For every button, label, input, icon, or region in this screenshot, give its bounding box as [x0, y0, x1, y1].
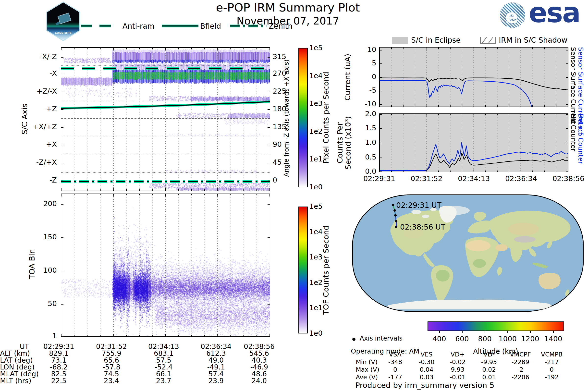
voltage-cell: -2289: [506, 358, 535, 366]
pixel-colorbar-tick: 1e1: [309, 155, 326, 163]
right-time-tick: 02:36:34: [502, 174, 541, 183]
pixel-colorbar-tick: 1e4: [309, 72, 326, 80]
altitude-tick: 1400: [538, 335, 568, 343]
tof-colorbar-tick: 1e5: [309, 202, 326, 210]
bfield-legend-swatch: [162, 24, 198, 28]
sc-axis-ytick: -X: [30, 69, 57, 78]
tof-colorbar-tick: 1e3: [309, 253, 326, 261]
cassiope-patch-art: CASSIOPE: [46, 2, 80, 40]
counts-ylabel: Counts Per Second (x10³): [336, 116, 352, 170]
tof-colorbar-tick: 1e2: [309, 278, 326, 287]
angle-tick: 135: [273, 122, 292, 131]
pixel-colorbar-tick: 1e2: [309, 127, 326, 136]
voltage-cell: 0: [380, 366, 410, 373]
voltage-cell: -0.02: [443, 358, 472, 366]
altitude-tick-mark: [439, 331, 440, 333]
voltage-cell: -348: [380, 358, 410, 366]
sc-axis-spectrogram-panel: [61, 47, 270, 191]
toa-ytick: 150: [30, 233, 57, 241]
ephemeris-row-label: MLT (hrs): [0, 377, 29, 385]
zenith-legend-label: Zenith: [269, 22, 292, 30]
toa-ytick: 1: [30, 332, 57, 340]
angle-tick: 180: [273, 104, 292, 113]
altitude-tick-mark: [462, 331, 462, 333]
altitude-tick-mark: [484, 331, 485, 333]
counts-ytick: 2.0: [352, 110, 376, 118]
voltage-column-header: VMCPF: [506, 351, 535, 358]
current-right-label-black: Sensor Surface Current: [570, 47, 577, 124]
tof-colorbar-tick: 1e0: [309, 329, 326, 337]
sc-axis-ytick: -Z: [30, 176, 57, 184]
eclipse-legend-swatch: [392, 37, 408, 44]
altitude-colorbar: [428, 322, 564, 331]
toa-ylabel: TOA Bin: [28, 249, 36, 279]
ephemeris-cell: 23.7: [142, 377, 186, 385]
right-time-tick: 02:29:31: [360, 174, 399, 183]
zenith-legend-swatch: [230, 24, 267, 28]
voltage-column-header: VD-: [474, 351, 504, 358]
altitude-tick-mark: [553, 331, 554, 333]
angle-tick: 90: [273, 140, 292, 148]
page-title: e-POP IRM Summary Plot: [216, 2, 360, 14]
sc-axis-ylabel: S/C Axis: [20, 104, 29, 134]
voltage-cell: -192: [537, 374, 566, 381]
epop-irm-summary-plot: CASSIOPE e-POP IRM Summary Plot November…: [0, 0, 588, 392]
current-ytick: 5: [352, 59, 376, 67]
pixel-colorbar-tick: 1e0: [309, 183, 326, 191]
voltage-cell: 9.93: [443, 366, 472, 373]
counts-ytick: 1.0: [352, 138, 376, 146]
pixel-colorbar-tick: 1e3: [309, 99, 326, 108]
track-end-label: 02:38:56 UT: [400, 223, 446, 231]
voltage-cell: 0: [537, 366, 566, 373]
ephemeris-cell: 22.5: [37, 377, 81, 385]
current-plot-svg: [380, 48, 568, 106]
track-point: [395, 226, 398, 228]
counts-ytick: 0.5: [352, 153, 376, 161]
voltage-cell: 0.02: [474, 366, 504, 373]
pixel-colorbar-tick: 1e5: [309, 44, 326, 52]
tof-counts-colorbar: [298, 206, 308, 334]
sc-axis-spectrogram-overlay: [61, 48, 270, 190]
track-point: [394, 214, 397, 216]
counts-ylabel-line2: Second (x10³): [344, 116, 352, 170]
bfield-legend-label: Bfield: [200, 22, 221, 30]
current-ytick: -5: [352, 86, 376, 94]
sc-axis-ytick: +X/+Z: [30, 122, 57, 131]
counts-right-label-black: Hit Counter: [570, 114, 577, 152]
cassiope-label: CASSIOPE: [46, 31, 80, 34]
satellite-icon: [58, 12, 71, 24]
track-start-label: 02:29:31 UT: [396, 201, 442, 210]
ephemeris-cell: 24.0: [237, 377, 281, 385]
angle-tick: 0: [273, 176, 292, 184]
toa-spectrogram-panel: [61, 194, 270, 337]
ephemeris-cell: 23.9: [194, 377, 238, 385]
voltage-cell: -0.01: [443, 374, 472, 381]
voltage-column-header: VSA: [380, 351, 410, 358]
antiram-legend-label: Anti-ram: [122, 22, 154, 30]
counts-ytick: 1.5: [352, 124, 376, 132]
voltage-cell: 0.03: [412, 374, 441, 381]
counts-plot-panel: [379, 114, 568, 172]
angle-tick: 225: [273, 87, 292, 95]
voltage-cell: -2206: [506, 374, 535, 381]
track-point: [394, 209, 396, 212]
voltage-cell: -177: [380, 374, 410, 381]
axis-intervals-dot-icon: [352, 338, 356, 341]
voltage-cell: -217: [537, 358, 566, 366]
sc-axis-ytick: -Z/+X: [30, 158, 57, 166]
pixel-counts-colorbar: [298, 48, 308, 187]
altitude-tick-mark: [530, 331, 531, 333]
voltage-row-label: Ave (V): [356, 374, 383, 381]
eclipse-legend-label: S/C in Eclipse: [411, 36, 460, 44]
track-point: [392, 204, 394, 206]
voltage-row-label: Min (V): [356, 358, 383, 366]
voltage-column-header: VD+: [443, 351, 472, 358]
sc-axis-ytick: +Z: [30, 104, 57, 113]
counts-ytick: 0.0: [352, 167, 376, 176]
toa-spectrogram-overlay: [61, 194, 270, 336]
pixel-counts-colorbar-label: Pixel Counts per Second: [322, 72, 330, 164]
voltage-cell: 0.01: [474, 374, 504, 381]
counts-ylabel-line1: Counts Per: [336, 122, 344, 163]
tof-colorbar-tick: 1e1: [309, 304, 326, 312]
voltage-cell: 0.04: [412, 366, 441, 373]
